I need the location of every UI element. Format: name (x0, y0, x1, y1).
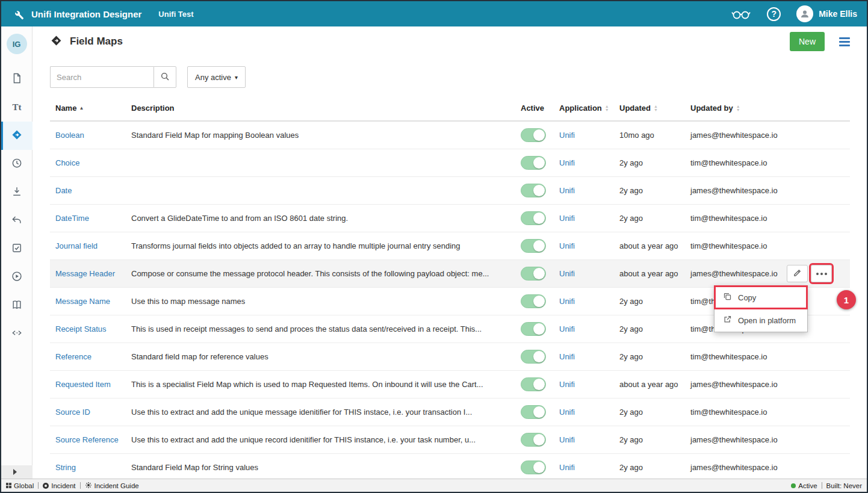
separator (80, 482, 81, 489)
column-header-description: Description (127, 104, 516, 113)
application-link[interactable]: Unifi (559, 324, 575, 333)
sidebar-item-tasks[interactable] (1, 235, 33, 263)
active-toggle[interactable] (521, 239, 546, 253)
active-toggle[interactable] (521, 128, 546, 142)
sidebar-item-run[interactable] (1, 263, 33, 291)
application-link[interactable]: Unifi (559, 380, 575, 389)
new-button[interactable]: New (790, 32, 825, 51)
active-toggle[interactable] (521, 350, 546, 364)
table-row: Requested Item This is a specialist Fiel… (50, 371, 850, 398)
row-name-link[interactable]: Message Header (55, 269, 115, 278)
field-maps-page-icon (50, 34, 63, 49)
active-toggle[interactable] (521, 294, 546, 308)
row-updated-by: james@thewhitespace.io (682, 380, 850, 389)
menu-item-open-in-platform[interactable]: Open in platform (715, 309, 807, 332)
more-actions-button[interactable] (811, 265, 832, 282)
sidebar-item-undo[interactable] (1, 206, 33, 235)
row-name-link[interactable]: Receipt Status (55, 324, 107, 333)
book-icon (11, 299, 23, 313)
annotation-step-badge: 1 (837, 290, 856, 309)
sidebar-item-download[interactable] (1, 178, 33, 206)
row-name-link[interactable]: Boolean (55, 131, 84, 140)
edit-button[interactable] (787, 265, 808, 282)
row-description: Compose or consume the message protocol … (127, 269, 516, 278)
separator (822, 482, 822, 489)
sidebar-item-code[interactable] (1, 320, 33, 348)
application-link[interactable]: Unifi (559, 269, 575, 278)
help-icon[interactable]: ? (767, 7, 781, 21)
application-link[interactable]: Unifi (559, 241, 575, 250)
history-clock-icon (11, 157, 23, 172)
workspace-avatar[interactable]: IG (7, 34, 27, 54)
reply-arrow-icon (11, 214, 23, 228)
row-name-link[interactable]: Date (55, 186, 72, 195)
row-updated: 2y ago (611, 186, 682, 195)
row-name-link[interactable]: Requested Item (55, 380, 111, 389)
table-row: Source ID Use this to extract and add th… (50, 398, 850, 426)
search-input[interactable] (50, 66, 153, 88)
pencil-icon (793, 268, 802, 279)
application-link[interactable]: Unifi (559, 463, 575, 472)
active-filter-dropdown[interactable]: Any active ▾ (187, 66, 246, 88)
column-header-name[interactable]: Name▲ (50, 104, 127, 113)
sidebar-item-docs[interactable] (1, 291, 33, 320)
row-name-link[interactable]: Journal field (55, 241, 98, 250)
sidebar-collapse-toggle[interactable] (1, 465, 33, 479)
preview-glasses-icon[interactable] (731, 7, 751, 20)
statusbar-incident[interactable]: Incident (43, 482, 75, 489)
row-name-link[interactable]: DateTime (55, 214, 89, 223)
active-toggle[interactable] (521, 405, 546, 419)
sidebar-item-field-maps[interactable] (1, 122, 33, 150)
external-link-icon (723, 315, 732, 326)
application-link[interactable]: Unifi (559, 352, 575, 361)
row-description: This is a specialist Field Map which is … (127, 380, 516, 389)
application-link[interactable]: Unifi (559, 186, 575, 195)
application-link[interactable]: Unifi (559, 408, 575, 417)
row-name-link[interactable]: String (55, 463, 76, 472)
active-toggle[interactable] (521, 460, 546, 474)
table-row: Choice Unifi 2y ago tim@thewhitespace.io (50, 149, 850, 177)
row-description: This is used in receipt messages to send… (127, 324, 516, 333)
sidebar-item-documents[interactable] (1, 65, 33, 93)
application-link[interactable]: Unifi (559, 435, 575, 444)
active-toggle[interactable] (521, 433, 546, 447)
search-button[interactable] (153, 66, 176, 88)
active-toggle[interactable] (521, 184, 546, 197)
gear-icon (85, 482, 92, 490)
active-toggle[interactable] (521, 322, 546, 336)
column-header-updated[interactable]: Updated▲▼ (611, 104, 682, 113)
column-header-application[interactable]: Application▲▼ (551, 104, 611, 113)
incident-icon (43, 483, 49, 489)
active-toggle[interactable] (521, 211, 546, 225)
application-link[interactable]: Unifi (559, 297, 575, 306)
environment-tab[interactable]: Unifi Test (158, 10, 193, 19)
menu-hamburger-icon[interactable] (839, 37, 850, 46)
active-toggle[interactable] (521, 377, 546, 391)
statusbar-incident-guide[interactable]: Incident Guide (85, 482, 139, 490)
sidebar-item-text-format[interactable]: Tt (1, 93, 33, 122)
row-name-link[interactable]: Source ID (55, 408, 90, 417)
play-circle-icon (11, 270, 23, 285)
statusbar-global[interactable]: Global (6, 482, 34, 489)
row-description: Use this to extract and add the unique r… (127, 435, 516, 444)
user-menu[interactable]: Mike Ellis (796, 5, 857, 22)
row-name-link[interactable]: Message Name (55, 297, 110, 306)
column-header-updated-by[interactable]: Updated by▲▼ (682, 104, 850, 113)
active-toggle[interactable] (521, 267, 546, 281)
menu-item-copy[interactable]: Copy (715, 286, 807, 309)
check-square-icon (11, 242, 23, 256)
row-updated-by: tim@thewhitespace.io (682, 158, 850, 167)
text-format-icon: Tt (13, 102, 22, 113)
row-name-link[interactable]: Source Reference (55, 435, 119, 444)
application-link[interactable]: Unifi (559, 214, 575, 223)
status-indicator: Active (791, 482, 817, 489)
row-name-link[interactable]: Reference (55, 352, 91, 361)
row-updated: 2y ago (611, 158, 682, 167)
application-link[interactable]: Unifi (559, 131, 575, 140)
sidebar-item-history[interactable] (1, 150, 33, 178)
built-status: Built: Never (826, 482, 862, 489)
row-description: Standard Field Map for String values (127, 463, 516, 472)
application-link[interactable]: Unifi (559, 158, 575, 167)
active-toggle[interactable] (521, 156, 546, 170)
row-name-link[interactable]: Choice (55, 158, 79, 167)
